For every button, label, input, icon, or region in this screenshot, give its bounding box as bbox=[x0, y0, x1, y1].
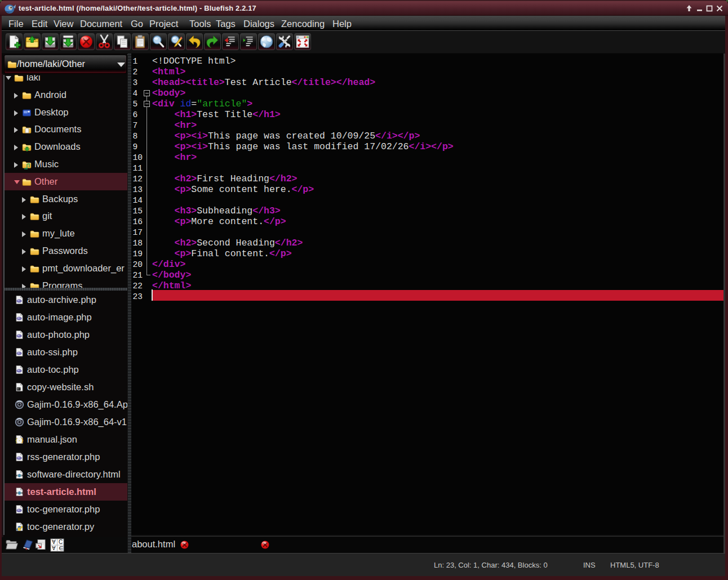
svg-text:∀: ∀ bbox=[52, 545, 56, 551]
svg-text:C: C bbox=[59, 539, 63, 545]
svg-text:∈: ∈ bbox=[59, 545, 64, 551]
svg-text:∀: ∀ bbox=[52, 539, 56, 545]
svg-text:{·}: {·} bbox=[15, 438, 24, 444]
